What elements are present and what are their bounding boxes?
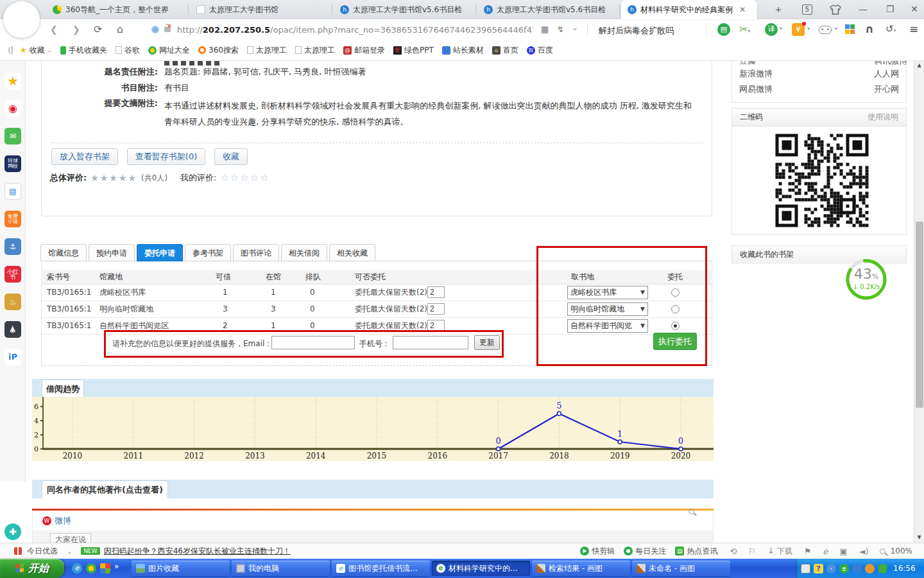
- qr-address-icon[interactable]: ▦: [541, 24, 549, 34]
- quicklaunch-360-icon[interactable]: [86, 563, 96, 574]
- site-safety-icon[interactable]: [151, 26, 159, 33]
- bookmark-mail-login[interactable]: @邮箱登录: [341, 44, 387, 57]
- wallet-shield-icon[interactable]: ¥: [792, 23, 805, 36]
- qr-help-link[interactable]: 使用说明: [868, 109, 898, 126]
- free-novel-icon[interactable]: 免费小说: [4, 211, 21, 227]
- browser-tab-active[interactable]: h 材料科学研究中的经典案例 ✕: [621, 0, 757, 19]
- keep-days-input[interactable]: [427, 303, 445, 315]
- quicklaunch-more-icon[interactable]: »: [114, 562, 119, 571]
- screenshot-scissors-icon[interactable]: ✂▾: [739, 23, 750, 35]
- minimize-button[interactable]: —: [859, 4, 868, 14]
- translate-icon[interactable]: 译: [765, 23, 778, 36]
- maximize-button[interactable]: ❐: [886, 4, 894, 14]
- daily-follow-icon[interactable]: ●: [624, 547, 633, 556]
- tab-reservation[interactable]: 预约申请: [89, 244, 135, 261]
- 360-tray-icon[interactable]: e: [839, 564, 849, 574]
- view-shelf-button[interactable]: 查看暂存书架(0): [127, 148, 205, 165]
- my-rating-stars[interactable]: ☆☆☆☆☆: [220, 172, 270, 184]
- headline-link[interactable]: 因扫码起纷争？西安46岁保安队长被业主连捅数十刀！: [104, 546, 291, 557]
- browser-tab[interactable]: h 太原理工大学图书馆v5.6书目检: [334, 0, 476, 19]
- tab-collection-info[interactable]: 馆藏信息: [40, 244, 87, 261]
- history-icon[interactable]: ⟲: [730, 547, 737, 556]
- favorites-star-icon[interactable]: ★: [4, 73, 21, 89]
- bookmark-tyut-1[interactable]: 太原理工: [245, 44, 289, 57]
- app-grid-icon[interactable]: [845, 24, 855, 34]
- pin-icon[interactable]: ⚐: [748, 547, 756, 556]
- weibo-icon[interactable]: ◉: [4, 100, 21, 117]
- quick-clip-link[interactable]: 快剪辑: [592, 546, 615, 557]
- undo-icon[interactable]: ↺▾: [886, 23, 896, 35]
- game-icon-1[interactable]: ⚓: [4, 238, 21, 255]
- health-cross-icon[interactable]: ✚: [4, 523, 21, 540]
- tab-book-comments[interactable]: 图书评论: [233, 244, 279, 261]
- quick-clip-icon[interactable]: ▶: [580, 547, 589, 556]
- other-works-tab[interactable]: 同名作者的其他著作(点击查看): [42, 480, 168, 498]
- window-split-icon[interactable]: ▣: [839, 547, 847, 556]
- bookmark-mobile-favorites[interactable]: 手机收藏夹: [58, 44, 109, 57]
- scroll-up-icon[interactable]: ▲: [914, 60, 924, 71]
- help-tray-icon[interactable]: ?: [814, 564, 823, 574]
- flag-icon[interactable]: ⚑: [804, 547, 812, 556]
- tab-related-favorites[interactable]: 相关收藏: [329, 244, 375, 261]
- today-picks-link[interactable]: 今日优选: [27, 546, 58, 557]
- start-button[interactable]: 开始: [0, 559, 64, 578]
- tab-holding-info[interactable]: 委托申请: [137, 244, 183, 261]
- share-item-netease[interactable]: 网易微博: [739, 83, 773, 95]
- collapse-sidebar-icon[interactable]: ⟨|: [8, 46, 13, 55]
- quicklaunch-ie-icon[interactable]: e: [72, 563, 82, 574]
- download-icon[interactable]: ↓ 下载: [767, 546, 792, 557]
- bookmark-homepage[interactable]: ⌂首页: [490, 44, 520, 57]
- share-item-kaixin[interactable]: 开心网: [874, 83, 899, 95]
- taskbar-window[interactable]: e图书馆委托借书流...: [332, 561, 430, 576]
- volume-tray-icon[interactable]: [865, 564, 875, 574]
- mail-icon[interactable]: ✉: [4, 128, 21, 144]
- keyboard-tray-icon[interactable]: [801, 564, 810, 574]
- dropdown-icon[interactable]: ▾: [835, 26, 837, 31]
- add-to-shelf-button[interactable]: 放入暂存书架: [51, 148, 118, 165]
- tab-related-borrow[interactable]: 相关借阅: [281, 244, 327, 261]
- broken-lock-icon[interactable]: ✕: [164, 27, 171, 32]
- favorite-button[interactable]: 收藏: [214, 148, 248, 165]
- bookmark-favorites[interactable]: ★收藏⌄: [18, 44, 54, 57]
- trend-tab[interactable]: 借阅趋势: [42, 380, 84, 397]
- headphones-icon[interactable]: ∩: [865, 22, 874, 35]
- ie-icon[interactable]: e: [823, 547, 828, 556]
- search-icon[interactable]: [689, 509, 694, 514]
- page-scrollbar[interactable]: ▲ ▼: [914, 60, 924, 543]
- search-input[interactable]: 解封后病毒会扩散吗: [599, 25, 674, 37]
- home-icon[interactable]: ⌂: [117, 23, 123, 35]
- taskbar-window[interactable]: 未命名 - 画图: [632, 561, 730, 576]
- bookmark-google[interactable]: 谷歌: [114, 44, 142, 57]
- security-shield-tray-icon[interactable]: [878, 564, 887, 574]
- scrollbar-thumb[interactable]: [916, 222, 923, 408]
- browser-logo[interactable]: [3, 1, 40, 38]
- keep-days-input[interactable]: [427, 286, 445, 298]
- game-icon-2[interactable]: ♨: [4, 293, 21, 310]
- zoom-level[interactable]: 100%: [891, 547, 912, 556]
- hot-news-link[interactable]: 热点资讯: [687, 546, 717, 557]
- share-item-sina-weibo[interactable]: 新浪微博: [739, 68, 773, 80]
- zoom-icon[interactable]: [880, 548, 886, 554]
- back-icon[interactable]: ❮: [50, 24, 58, 35]
- menu-icon[interactable]: ≡: [909, 22, 918, 35]
- forward-icon[interactable]: ❯: [73, 24, 80, 35]
- close-tab-icon[interactable]: ✕: [739, 5, 746, 14]
- speaker-icon[interactable]: ◄): [859, 547, 869, 556]
- quicklaunch-app-icon[interactable]: [100, 563, 110, 574]
- wps-doc-icon[interactable]: ▤: [4, 183, 21, 200]
- read-mode-icon[interactable]: ▤: [717, 23, 730, 36]
- weibo-link[interactable]: 微博: [55, 515, 71, 527]
- browser-tab[interactable]: h 太原理工大学图书馆v5.6书目检: [477, 0, 620, 19]
- game-icon-3[interactable]: 🛦: [4, 321, 21, 338]
- huanqiu-wangxiao-icon[interactable]: 环球网校: [4, 155, 21, 172]
- taskbar-window-active[interactable]: e材料科学研究中的...: [432, 561, 530, 576]
- game-controller-icon[interactable]: [819, 26, 832, 34]
- hot-news-icon[interactable]: ▤: [675, 547, 684, 556]
- refresh-icon[interactable]: ⟳: [94, 23, 102, 35]
- bookmark-baidu[interactable]: 百百度: [525, 44, 555, 57]
- taskbar-window[interactable]: 图片收藏: [132, 561, 230, 576]
- bookmark-zhanzhang[interactable]: 站长素材: [440, 44, 486, 57]
- bookmark-tyut-2[interactable]: 太原理工: [293, 44, 337, 57]
- taskbar-window[interactable]: 检索结果 - 画图: [532, 561, 630, 576]
- tab-reference-shelf[interactable]: 参考书架: [185, 244, 231, 261]
